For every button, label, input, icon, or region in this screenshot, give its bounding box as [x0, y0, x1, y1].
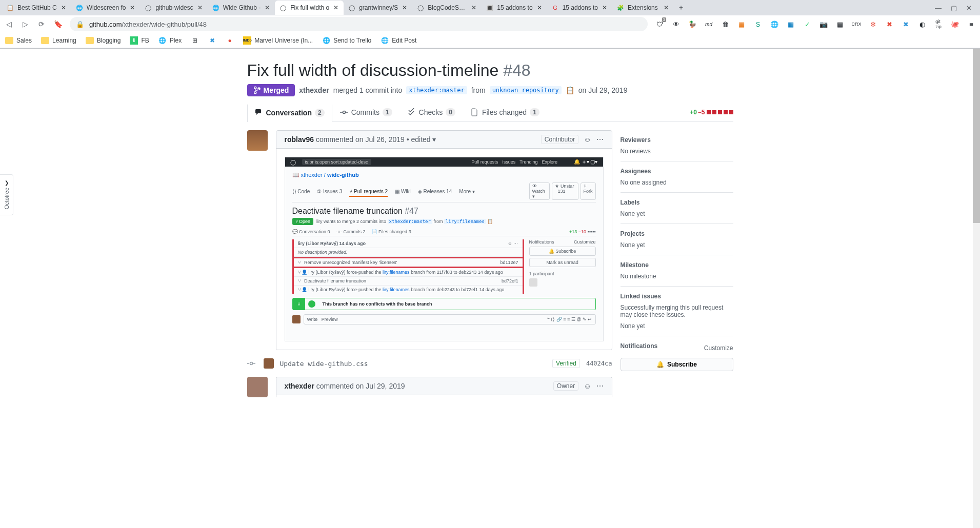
close-icon[interactable]: ✕: [601, 4, 608, 11]
browser-tab[interactable]: 🌐Widescreen fo✕: [71, 1, 141, 15]
ext-icon[interactable]: ✓: [803, 19, 812, 29]
bookmark-item[interactable]: 🌐Edit Post: [381, 36, 416, 45]
head-branch[interactable]: unknown repository: [490, 86, 562, 94]
browser-tab[interactable]: 🧩Extensions✕: [612, 1, 674, 15]
bell-icon: 🔔: [656, 361, 664, 368]
globe-icon: 🌐: [158, 36, 167, 45]
close-window-button[interactable]: ✕: [966, 4, 972, 12]
github-icon: ◯: [290, 159, 296, 165]
tab-conversation[interactable]: Conversation 2: [247, 104, 332, 122]
avatar[interactable]: [264, 358, 274, 369]
ext-icon[interactable]: 🗑: [721, 19, 730, 29]
commit-message[interactable]: Update wide-github.css: [280, 360, 368, 368]
scrollbar-thumb[interactable]: [973, 49, 980, 223]
ext-icon[interactable]: 👁: [671, 19, 681, 29]
bookmark-item[interactable]: 🌐Send to Trello: [322, 36, 371, 45]
ext-icon[interactable]: CRX: [852, 19, 861, 29]
pr-author[interactable]: xthexder: [299, 86, 329, 94]
scrollbar[interactable]: [973, 49, 980, 405]
lock-icon: 🔒: [76, 21, 84, 28]
close-icon[interactable]: ✕: [470, 4, 477, 11]
close-icon[interactable]: ✕: [196, 4, 204, 11]
minimize-button[interactable]: —: [935, 4, 942, 12]
ext-icon[interactable]: ✻: [868, 19, 877, 29]
emoji-icon[interactable]: ☺: [584, 135, 591, 144]
comment-date[interactable]: on Jul 29, 2019: [356, 382, 405, 390]
browser-tab[interactable]: ◯github-widesc✕: [140, 1, 207, 15]
browser-tab[interactable]: 🌐Wide Github -✕: [208, 1, 275, 15]
bookmark-item[interactable]: 🌐Plex: [158, 36, 182, 45]
new-tab-button[interactable]: ＋: [674, 1, 688, 15]
es-topbar: ◯ is:pr is:open sort:updated-desc Pull r…: [285, 157, 603, 167]
commits-count: 1: [383, 108, 392, 116]
browser-tab[interactable]: ◯BlogCodeSam✕: [412, 1, 482, 15]
kebab-icon[interactable]: ⋯: [596, 382, 604, 390]
maximize-button[interactable]: ▢: [951, 4, 957, 12]
browser-tab[interactable]: 📋Best GitHub C✕: [2, 1, 71, 15]
browser-tab[interactable]: 🔳15 addons to✕: [482, 1, 547, 15]
ext-icon[interactable]: gitzip: [934, 19, 943, 29]
browser-tab[interactable]: G15 addons to✕: [547, 1, 612, 15]
close-icon[interactable]: ✕: [332, 4, 339, 11]
ext-icon[interactable]: S: [753, 19, 763, 29]
verified-badge[interactable]: Verified: [552, 359, 580, 368]
ext-icon[interactable]: ▦: [737, 19, 746, 29]
sidebar-heading: Labels: [621, 199, 733, 206]
browser-tab-active[interactable]: ◯Fix full width o✕: [275, 1, 344, 15]
url-bar[interactable]: 🔒 github.com/xthexder/wide-github/pull/4…: [70, 17, 648, 31]
discussion-main: roblav96 commented on Jul 26, 2019 • edi…: [247, 130, 612, 405]
commit-sha[interactable]: 44024ca: [586, 360, 612, 367]
comment-author[interactable]: xthexder: [285, 382, 314, 390]
ext-icon[interactable]: ◐: [917, 19, 927, 29]
ext-icon[interactable]: 🦆: [688, 19, 697, 29]
ext-icon[interactable]: ✖: [901, 19, 910, 29]
close-icon[interactable]: ✕: [264, 4, 271, 11]
ext-icon[interactable]: 🌐: [770, 19, 779, 29]
base-branch[interactable]: xthexder:master: [406, 86, 467, 94]
comment-author[interactable]: roblav96: [285, 135, 314, 144]
tab-title: Fix full width o: [290, 4, 329, 11]
diffstat: +0 −5: [690, 109, 733, 116]
bookmark-item[interactable]: ✖: [208, 36, 216, 45]
tab-commits[interactable]: Commits 1: [332, 103, 400, 121]
menu-button[interactable]: ≡: [967, 19, 976, 29]
forward-button[interactable]: ▷: [21, 19, 30, 29]
tab-checks[interactable]: Checks 0: [400, 103, 463, 121]
ext-icon[interactable]: 🐙: [950, 19, 959, 29]
customize-link[interactable]: Customize: [704, 344, 733, 352]
browser-tab[interactable]: ◯grantwinney/S✕: [344, 1, 412, 15]
octotree-toggle[interactable]: ❯ Octotree: [0, 174, 13, 215]
kebab-icon[interactable]: ⋯: [596, 135, 604, 144]
close-icon[interactable]: ✕: [60, 4, 67, 11]
bookmark-item[interactable]: ●: [226, 36, 234, 45]
bookmark-item[interactable]: ⊞: [191, 36, 199, 45]
bookmark-folder[interactable]: Blogging: [86, 37, 121, 44]
subscribe-button[interactable]: 🔔 Subscribe: [621, 358, 733, 371]
back-button[interactable]: ◁: [4, 19, 13, 29]
close-icon[interactable]: ✕: [663, 4, 670, 11]
edited-indicator[interactable]: • edited ▾: [407, 135, 436, 144]
reload-button[interactable]: ⟳: [37, 19, 46, 29]
comment-date[interactable]: on Jul 26, 2019: [355, 135, 405, 144]
svg-point-0: [343, 111, 345, 114]
clipboard-icon[interactable]: 📋: [566, 86, 574, 94]
ext-icon[interactable]: ▦: [835, 19, 845, 29]
bookmark-page-icon[interactable]: 🔖: [53, 19, 63, 29]
close-icon[interactable]: ✕: [401, 4, 408, 11]
bookmark-item[interactable]: IMDbMarvel Universe (In...: [243, 36, 313, 45]
close-icon[interactable]: ✕: [536, 4, 543, 11]
avatar[interactable]: [247, 130, 268, 151]
ext-icon[interactable]: 📷: [819, 19, 828, 29]
tab-files[interactable]: Files changed 1: [463, 103, 547, 121]
ext-icon[interactable]: md: [704, 19, 713, 29]
avatar[interactable]: [247, 377, 268, 397]
ext-icon[interactable]: ✖: [885, 19, 894, 29]
close-icon[interactable]: ✕: [129, 4, 136, 11]
ext-icon[interactable]: ▦: [786, 19, 795, 29]
sidebar-value: None yet: [621, 210, 733, 217]
brave-shield-icon[interactable]: 🛡3: [655, 19, 664, 29]
bookmark-item[interactable]: ⬇FB: [130, 36, 149, 45]
bookmark-folder[interactable]: Learning: [41, 37, 76, 44]
bookmark-folder[interactable]: Sales: [5, 37, 32, 44]
emoji-icon[interactable]: ☺: [584, 382, 591, 390]
